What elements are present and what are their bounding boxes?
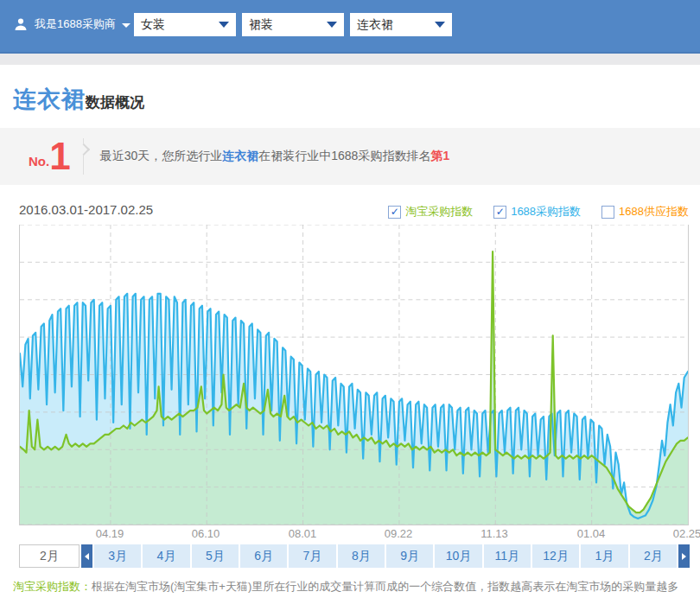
checkbox-1688-supply-index[interactable] [601, 206, 614, 219]
chevron-down-icon [122, 23, 130, 28]
legend-label: 1688采购指数 [511, 204, 581, 219]
chart-date-range: 2016.03.01-2017.02.25 [19, 202, 153, 217]
index-footnotes: 淘宝采购指数：根据在淘宝市场(淘宝集市+天猫)里所在行业的成交量计算而成的一个综… [13, 577, 700, 598]
user-icon [14, 17, 28, 31]
x-tick-label: 06.10 [185, 527, 226, 540]
page-title-suffix: 数据概况 [86, 92, 144, 112]
footnote-taobao: 淘宝采购指数：根据在淘宝市场(淘宝集市+天猫)里所在行业的成交量计算而成的一个综… [13, 577, 700, 595]
x-tick-label: 08.01 [282, 527, 323, 540]
legend-item-1688-purchase: ✓ 1688采购指数 [493, 204, 581, 219]
rank-description: 最近30天，您所选行业连衣裙在裙装行业中1688采购指数排名第1 [100, 149, 450, 164]
month-cell-1[interactable]: 1月 [581, 544, 627, 568]
x-tick-label: 01.04 [570, 527, 612, 540]
rank-text-middle: 在裙装行业中1688采购指数排名 [258, 149, 430, 162]
month-cell-8[interactable]: 8月 [338, 544, 385, 568]
rank-prefix: No. [29, 154, 49, 169]
legend-label: 1688供应指数 [619, 204, 689, 219]
category-select-1-value: 女装 [141, 17, 165, 33]
user-menu[interactable]: 我是1688采购商 [14, 16, 130, 32]
current-month-cell[interactable]: 2月 [19, 544, 80, 568]
footnote-taobao-text: 根据在淘宝市场(淘宝集市+天猫)里所在行业的成交量计算而成的一个综合数值，指数越… [92, 580, 678, 593]
rank-number: 1 [49, 141, 70, 172]
rank-number-block: No. 1 [29, 141, 71, 172]
x-tick-label: 11.13 [474, 527, 515, 540]
rank-text-before: 最近30天，您所选行业 [100, 149, 223, 162]
month-cell-5[interactable]: 5月 [192, 544, 239, 568]
chevron-down-icon [435, 22, 445, 28]
legend-item-taobao: ✓ 淘宝采购指数 [388, 204, 473, 219]
header-divider-strip [0, 54, 700, 65]
chevron-down-icon [219, 22, 229, 28]
triangle-left-icon [85, 553, 89, 560]
month-cell-10[interactable]: 10月 [435, 544, 481, 568]
month-cell-7[interactable]: 7月 [289, 544, 335, 568]
month-cell-2[interactable]: 2月 [630, 544, 677, 568]
month-cell-4[interactable]: 4月 [143, 544, 189, 568]
top-header-bar: 我是1688采购商 女装 裙装 连衣裙 [0, 0, 700, 54]
triangle-right-icon [682, 553, 686, 560]
page-title-keyword: 连衣裙 [13, 84, 86, 115]
user-menu-label: 我是1688采购商 [35, 16, 116, 32]
month-selector-bar: 2月 3月 4月 5月 6月 7月 8月 9月 10月 11月 12月 1月 2… [19, 544, 690, 568]
page-title: 连衣裙 数据概况 [13, 84, 700, 115]
chart-svg [20, 225, 688, 525]
month-cell-6[interactable]: 6月 [240, 544, 287, 568]
month-cell-9[interactable]: 9月 [386, 544, 433, 568]
month-scroll-right-button[interactable] [678, 544, 690, 568]
category-select-2-value: 裙装 [249, 17, 273, 33]
x-tick-label: 09.22 [378, 527, 419, 540]
check-icon: ✓ [496, 207, 505, 217]
x-tick-label: 04.19 [89, 527, 130, 540]
chevron-down-icon [327, 22, 337, 28]
chart-legend: ✓ 淘宝采购指数 ✓ 1688采购指数 1688供应指数 [388, 204, 689, 219]
chart-header: 2016.03.01-2017.02.25 ✓ 淘宝采购指数 ✓ 1688采购指… [19, 202, 689, 221]
legend-item-1688-supply: 1688供应指数 [601, 204, 689, 219]
legend-label: 淘宝采购指数 [405, 204, 473, 219]
category-select-3-value: 连衣裙 [357, 17, 393, 33]
rank-banner: No. 1 最近30天，您所选行业连衣裙在裙装行业中1688采购指数排名第1 [0, 128, 700, 185]
category-select-2[interactable]: 裙装 [242, 13, 344, 36]
checkbox-1688-purchase-index[interactable]: ✓ [493, 206, 506, 219]
index-trend-chart [19, 225, 689, 525]
check-icon: ✓ [391, 207, 399, 217]
month-scroll-left-button[interactable] [81, 544, 92, 568]
rank-text-keyword: 连衣裙 [222, 149, 258, 162]
x-tick-label: 02.25 [666, 527, 700, 540]
category-select-3[interactable]: 连衣裙 [350, 13, 452, 36]
banner-divider [83, 138, 84, 175]
checkbox-taobao-index[interactable]: ✓ [388, 206, 401, 219]
footnote-taobao-label: 淘宝采购指数： [13, 580, 92, 593]
month-cell-3[interactable]: 3月 [94, 544, 141, 568]
month-cell-11[interactable]: 11月 [484, 544, 531, 568]
x-axis-labels: 04.1906.1008.0109.2211.1301.0402.25 [19, 527, 689, 541]
month-cell-12[interactable]: 12月 [532, 544, 579, 568]
chevron-right-icon [78, 143, 90, 156]
rank-text-rank: 第1 [430, 149, 449, 162]
category-select-1[interactable]: 女装 [134, 13, 236, 36]
